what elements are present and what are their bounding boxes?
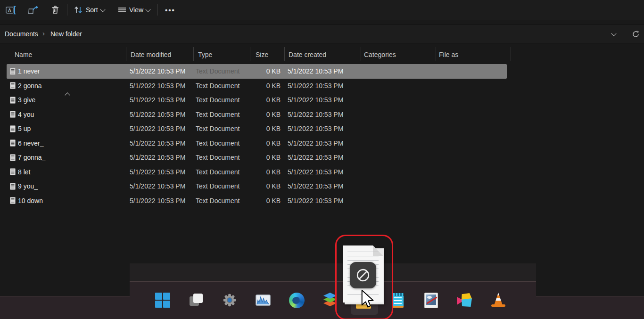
file-size: 0 KB — [245, 107, 281, 122]
file-date-created: 5/1/2022 10:53 PM — [288, 64, 343, 79]
file-type: Text Document — [196, 122, 239, 136]
task-view-button[interactable] — [188, 292, 205, 309]
file-name: 3 give — [18, 93, 35, 107]
file-row[interactable]: 1 never 5/1/2022 10:53 PM Text Document … — [0, 64, 644, 79]
text-document-icon — [10, 183, 16, 190]
chevron-down-icon — [145, 7, 150, 12]
address-bar: Documents › New folder — [0, 25, 644, 43]
edge-button[interactable] — [288, 292, 305, 309]
file-type: Text Document — [196, 165, 239, 180]
column-divider[interactable] — [436, 47, 436, 61]
file-date-modified: 5/1/2022 10:53 PM — [130, 165, 185, 180]
text-document-icon — [10, 197, 16, 204]
view-button[interactable]: View — [116, 3, 152, 17]
column-divider[interactable] — [126, 47, 126, 61]
text-document-icon — [10, 154, 16, 161]
file-explorer-window: A — [0, 0, 644, 296]
command-bar: A — [0, 0, 644, 20]
refresh-icon — [632, 30, 640, 38]
rename-button[interactable]: A — [4, 3, 18, 17]
view-label: View — [129, 6, 143, 14]
file-date-modified: 5/1/2022 10:53 PM — [130, 64, 185, 79]
file-row[interactable]: 5 up 5/1/2022 10:53 PM Text Document 0 K… — [0, 122, 644, 136]
file-type: Text Document — [196, 150, 239, 165]
file-name: 1 never — [18, 64, 40, 79]
view-icon — [118, 6, 126, 14]
file-name: 7 gonna_ — [18, 150, 45, 165]
text-document-icon — [10, 111, 16, 118]
paint-3d-button[interactable] — [456, 292, 473, 309]
file-type: Text Document — [196, 179, 239, 194]
column-divider[interactable] — [511, 47, 511, 61]
file-name: 5 up — [18, 122, 31, 136]
file-date-created: 5/1/2022 10:53 PM — [288, 165, 343, 180]
delete-icon — [50, 5, 60, 15]
paint-3d-icon — [457, 293, 473, 308]
file-size: 0 KB — [245, 122, 281, 136]
file-date-created: 5/1/2022 10:53 PM — [288, 79, 343, 93]
text-document-icon — [10, 97, 16, 104]
share-button[interactable] — [26, 3, 41, 17]
address-dropdown-button[interactable] — [612, 25, 616, 43]
file-size: 0 KB — [245, 179, 281, 194]
file-date-created: 5/1/2022 10:53 PM — [288, 179, 343, 194]
file-row[interactable]: 4 you 5/1/2022 10:53 PM Text Document 0 … — [0, 107, 644, 122]
file-row[interactable]: 8 let 5/1/2022 10:53 PM Text Document 0 … — [0, 165, 644, 180]
paint-net-button[interactable] — [422, 292, 439, 309]
breadcrumb-new-folder[interactable]: New folder — [49, 25, 84, 43]
start-button[interactable] — [154, 292, 171, 309]
file-row[interactable]: 6 never_ 5/1/2022 10:53 PM Text Document… — [0, 136, 644, 151]
file-name: 4 you — [18, 107, 34, 122]
column-header-size[interactable]: Size — [256, 51, 268, 58]
toolbar-separator — [67, 4, 67, 16]
column-divider[interactable] — [250, 47, 250, 61]
file-list: 1 never 5/1/2022 10:53 PM Text Document … — [0, 64, 644, 208]
vlc-button[interactable] — [490, 292, 507, 309]
column-header-date-created[interactable]: Date created — [289, 51, 326, 58]
text-document-icon — [10, 168, 16, 175]
file-row[interactable]: 7 gonna_ 5/1/2022 10:53 PM Text Document… — [0, 150, 644, 165]
paint-net-icon — [424, 293, 438, 308]
file-row[interactable]: 2 gonna 5/1/2022 10:53 PM Text Document … — [0, 79, 644, 93]
toolbar-separator — [157, 4, 158, 16]
delete-button[interactable] — [49, 3, 62, 17]
column-divider[interactable] — [361, 47, 361, 61]
column-header-type[interactable]: Type — [198, 51, 212, 58]
file-name: 6 never_ — [18, 136, 43, 151]
file-name: 10 down — [18, 194, 43, 208]
file-size: 0 KB — [245, 194, 281, 208]
column-header-name[interactable]: Name — [15, 51, 32, 58]
file-type: Text Document — [196, 136, 239, 151]
settings-button[interactable] — [221, 292, 238, 309]
column-divider[interactable] — [193, 47, 194, 61]
sort-icon — [74, 6, 83, 14]
column-header-date-modified[interactable]: Date modified — [131, 51, 171, 58]
file-date-modified: 5/1/2022 10:53 PM — [130, 179, 185, 194]
more-options-button[interactable]: ••• — [163, 3, 177, 17]
refresh-button[interactable] — [632, 25, 640, 43]
file-date-created: 5/1/2022 10:53 PM — [288, 122, 343, 136]
file-row[interactable]: 9 you_ 5/1/2022 10:53 PM Text Document 0… — [0, 179, 644, 194]
file-date-modified: 5/1/2022 10:53 PM — [130, 194, 185, 208]
column-header-file-as[interactable]: File as — [439, 51, 458, 58]
file-name: 8 let — [18, 165, 30, 180]
text-document-icon — [10, 139, 16, 147]
sort-button[interactable]: Sort — [72, 3, 107, 17]
file-row[interactable]: 10 down 5/1/2022 10:53 PM Text Document … — [0, 194, 644, 208]
file-size: 0 KB — [245, 64, 281, 79]
file-size: 0 KB — [245, 93, 281, 107]
file-row[interactable]: 3 give 5/1/2022 10:53 PM Text Document 0… — [0, 93, 644, 107]
chevron-down-icon — [611, 31, 616, 36]
column-divider[interactable] — [284, 47, 285, 61]
file-type: Text Document — [196, 79, 239, 93]
text-document-icon — [10, 125, 16, 132]
file-type: Text Document — [196, 64, 239, 79]
column-header-categories[interactable]: Categories — [364, 51, 396, 58]
task-manager-icon — [255, 292, 272, 309]
file-date-created: 5/1/2022 10:53 PM — [288, 194, 343, 208]
breadcrumb-documents[interactable]: Documents — [3, 25, 40, 43]
sort-label: Sort — [86, 6, 98, 14]
text-document-icon — [10, 82, 16, 89]
task-manager-button[interactable] — [255, 292, 272, 309]
breadcrumb-separator: › — [42, 25, 45, 43]
